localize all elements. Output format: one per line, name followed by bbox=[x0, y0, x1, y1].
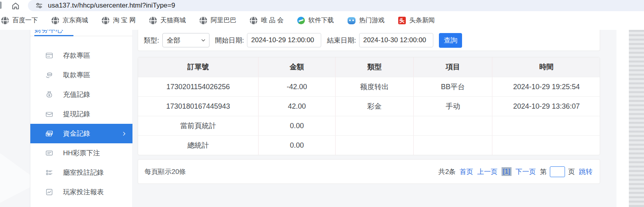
sidebar-item-player-bet-report[interactable]: 玩家投注報表 bbox=[30, 182, 132, 202]
column-header-type: 類型 bbox=[336, 57, 414, 77]
browser-toolbar: usa137.tv/hhcp/usercenter.html?iniType=9 bbox=[0, 0, 644, 11]
sidebar-item-recharge-record[interactable]: 充值記錄 bbox=[30, 85, 132, 104]
type-label: 類型: bbox=[144, 36, 159, 45]
bookmark-label: 淘 宝 网 bbox=[113, 16, 136, 25]
cell-amount: -42.00 bbox=[259, 77, 336, 96]
sidebar-tab-finance-center[interactable]: 财务中心 bbox=[34, 30, 63, 35]
cell-amount: 0.00 bbox=[259, 136, 336, 155]
bookmark-label: 京东商城 bbox=[63, 16, 88, 25]
search-button[interactable]: 查詢 bbox=[439, 33, 462, 48]
bookmark-label: 头条新闻 bbox=[409, 16, 435, 25]
site-settings-button[interactable] bbox=[34, 1, 44, 10]
sidebar-item-label: 廳室投註記錄 bbox=[63, 168, 104, 177]
clipped-toolbar-icon bbox=[0, 2, 2, 9]
cell-empty bbox=[492, 136, 600, 155]
right-gutter bbox=[616, 30, 629, 207]
globe-icon bbox=[200, 17, 207, 24]
sidebar-item-withdraw[interactable]: 取款專區 bbox=[30, 65, 132, 85]
next-page-link[interactable]: 下一页 bbox=[516, 167, 536, 176]
bookmark-label: 软件下载 bbox=[308, 16, 334, 25]
bookmark-software[interactable]: 软件下载 bbox=[297, 16, 334, 25]
url-text[interactable]: usa137.tv/hhcp/usercenter.html?iniType=9 bbox=[48, 2, 175, 10]
bookmark-tmall[interactable]: 天猫商城 bbox=[149, 16, 186, 25]
software-download-icon bbox=[297, 17, 305, 24]
bookmark-games[interactable]: 热门游戏 bbox=[348, 16, 385, 25]
address-bar[interactable]: usa137.tv/hhcp/usercenter.html?iniType=9 bbox=[28, 0, 644, 11]
chevron-right-icon bbox=[121, 131, 127, 137]
cell-amount: 0.00 bbox=[259, 116, 336, 135]
sidebar-item-label: 提現記錄 bbox=[63, 109, 90, 119]
bookmark-label: 唯 品 会 bbox=[261, 16, 284, 25]
detail-list-icon bbox=[45, 168, 53, 177]
cell-amount: 42.00 bbox=[259, 97, 336, 116]
sidebar-item-hh-lottery-bets[interactable]: HH彩票下注 bbox=[30, 143, 132, 163]
hand-money-icon bbox=[45, 71, 53, 80]
screen: usa137.tv/hhcp/usercenter.html?iniType=9… bbox=[0, 0, 644, 207]
prev-page-link[interactable]: 上一页 bbox=[477, 167, 498, 176]
cell-time: 2024-10-29 19:25:54 bbox=[492, 77, 600, 96]
end-date-label: 結束日期: bbox=[327, 36, 356, 45]
table-summary-row-page: 當前頁統計 0.00 bbox=[138, 116, 600, 135]
first-page-link[interactable]: 首页 bbox=[460, 167, 473, 176]
sidebar-item-deposit[interactable]: 存款專區 bbox=[30, 46, 132, 65]
total-count: 共2条 bbox=[439, 167, 456, 176]
sidebar-item-hall-bet-records[interactable]: 廳室投註記錄 bbox=[30, 163, 132, 182]
cell-order-number: 1730180167445943 bbox=[138, 97, 259, 116]
home-icon bbox=[11, 2, 20, 10]
bookmark-label: 百度一下 bbox=[12, 16, 38, 25]
table-header-row: 訂單號 金額 類型 項目 時間 bbox=[138, 57, 600, 77]
game-robot-icon bbox=[348, 17, 356, 24]
cell-empty bbox=[414, 116, 492, 135]
bookmark-jd[interactable]: 京东商城 bbox=[51, 16, 88, 25]
cell-empty bbox=[336, 136, 414, 155]
pager: 共2条 首页 上一页 [1] 下一页 第 页 跳转 bbox=[435, 166, 593, 177]
sidebar-item-label: 資金記錄 bbox=[63, 129, 90, 138]
bookmark-label: 热门游戏 bbox=[359, 16, 385, 25]
bookmark-baidu[interactable]: 百度一下 bbox=[1, 16, 38, 25]
home-button[interactable] bbox=[10, 1, 21, 11]
sidebar-item-label: 充值記錄 bbox=[63, 90, 90, 99]
type-select-value: 全部 bbox=[167, 36, 180, 45]
page-suffix-label: 页 bbox=[568, 167, 575, 176]
background-texture bbox=[629, 30, 644, 207]
cell-summary-label: 總統計 bbox=[138, 136, 259, 155]
bookmark-toutiao[interactable]: 头 头条新闻 bbox=[398, 16, 435, 25]
type-select[interactable]: 全部 bbox=[162, 33, 209, 47]
filter-bar: 類型: 全部 開始日期: 結束日期: 查詢 bbox=[138, 30, 600, 51]
money-bag-icon bbox=[45, 90, 53, 99]
start-date-input[interactable] bbox=[247, 33, 321, 47]
bookmark-vip[interactable]: 唯 品 会 bbox=[250, 16, 284, 25]
cell-empty bbox=[336, 116, 414, 135]
bookmark-label: 天猫商城 bbox=[160, 16, 186, 25]
sidebar-item-funds-record[interactable]: 資金記錄 bbox=[30, 124, 132, 143]
sidebar-item-label: 存款專區 bbox=[63, 51, 90, 60]
cell-empty bbox=[492, 116, 600, 135]
cell-project: 手动 bbox=[414, 97, 492, 116]
lottery-list-icon bbox=[45, 149, 53, 158]
column-header-project: 項目 bbox=[414, 57, 492, 77]
sidebar: 财务中心 存款專區 取款專區 充值記錄 bbox=[30, 30, 132, 207]
cell-time: 2024-10-29 13:36:07 bbox=[492, 97, 600, 116]
globe-icon bbox=[1, 17, 9, 24]
pagination-bar: 每頁顯示20條 共2条 首页 上一页 [1] 下一页 第 页 跳转 bbox=[138, 159, 600, 184]
table-summary-row-total: 總統計 0.00 bbox=[138, 135, 600, 155]
per-page-label: 每頁顯示20條 bbox=[144, 167, 186, 176]
sidebar-item-label: HH彩票下注 bbox=[63, 148, 100, 158]
page-number-input[interactable] bbox=[550, 166, 565, 177]
bookmark-taobao[interactable]: 淘 宝 网 bbox=[102, 16, 136, 25]
column-header-order: 訂單號 bbox=[138, 57, 259, 77]
table-body: 1730201154026256 -42.00 额度转出 BB平台 2024-1… bbox=[138, 77, 600, 155]
tune-icon bbox=[35, 2, 43, 10]
page-prefix-label: 第 bbox=[540, 167, 547, 176]
current-page-indicator[interactable]: [1] bbox=[502, 167, 512, 176]
cell-type: 彩金 bbox=[336, 97, 414, 116]
sidebar-item-withdrawal-record[interactable]: 提現記錄 bbox=[30, 104, 132, 124]
table-row: 1730180167445943 42.00 彩金 手动 2024-10-29 … bbox=[138, 96, 600, 116]
tab-active-underline bbox=[34, 35, 73, 36]
globe-icon bbox=[250, 17, 257, 24]
end-date-input[interactable] bbox=[359, 33, 433, 47]
cell-type: 额度转出 bbox=[336, 77, 414, 96]
cell-empty bbox=[414, 136, 492, 155]
bookmark-alibaba[interactable]: 阿里巴巴 bbox=[200, 16, 236, 25]
jump-link[interactable]: 跳转 bbox=[579, 167, 593, 176]
